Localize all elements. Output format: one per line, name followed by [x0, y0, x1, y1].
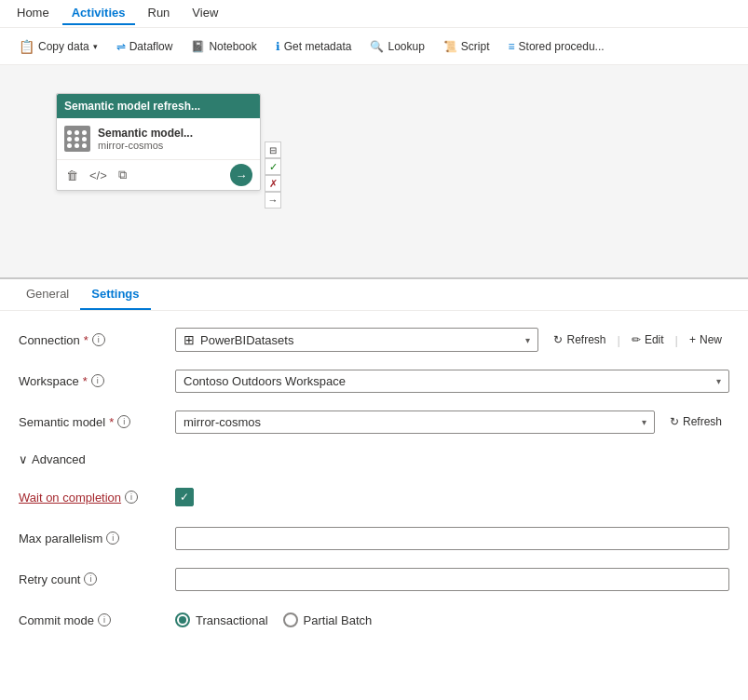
- node-code-button[interactable]: </>: [88, 167, 109, 184]
- connection-refresh-button[interactable]: ↻ Refresh: [546, 330, 613, 350]
- connection-label: Connection * i: [19, 333, 168, 347]
- retry-count-info-icon[interactable]: i: [84, 572, 97, 586]
- tab-settings[interactable]: Settings: [80, 279, 150, 310]
- semantic-model-refresh-icon: ↻: [670, 415, 679, 428]
- retry-count-control: [175, 568, 729, 591]
- partial-batch-label: Partial Batch: [304, 613, 373, 627]
- max-parallelism-row: Max parallelism i: [19, 524, 729, 552]
- commit-mode-label: Commit mode i: [19, 613, 168, 627]
- workspace-required-star: *: [83, 374, 88, 388]
- wait-on-completion-label: Wait on completion i: [19, 491, 168, 505]
- commit-mode-row: Commit mode i Transactional Partial Batc…: [19, 606, 729, 634]
- tab-bar: General Settings: [0, 279, 748, 311]
- node-title: Semantic model...: [98, 127, 193, 140]
- activity-node[interactable]: Semantic model refresh... Semantic model…: [56, 93, 261, 191]
- script-icon: 📜: [443, 40, 457, 53]
- semantic-model-info-icon[interactable]: i: [117, 415, 130, 428]
- advanced-toggle[interactable]: ∨ Advanced: [19, 449, 729, 470]
- workspace-label: Workspace * i: [19, 374, 168, 388]
- canvas: Semantic model refresh... Semantic model…: [0, 65, 748, 279]
- dropdown-arrow-icon: ▾: [93, 42, 98, 51]
- nav-home[interactable]: Home: [7, 2, 59, 25]
- tab-general[interactable]: General: [15, 279, 80, 310]
- copy-data-button[interactable]: 📋 Copy data ▾: [11, 35, 105, 58]
- workspace-info-icon[interactable]: i: [91, 374, 104, 387]
- dataflow-icon: ⇌: [116, 40, 126, 53]
- separator-1: |: [618, 333, 620, 347]
- max-parallelism-info-icon[interactable]: i: [106, 532, 119, 545]
- nav-view[interactable]: View: [183, 2, 227, 25]
- side-btn-next[interactable]: →: [265, 192, 281, 209]
- plus-icon: +: [689, 333, 696, 346]
- commit-mode-radio-group: Transactional Partial Batch: [175, 612, 729, 627]
- edit-icon: ✏: [632, 333, 641, 346]
- semantic-model-refresh-button[interactable]: ↻ Refresh: [662, 411, 729, 432]
- wait-on-completion-info-icon[interactable]: i: [125, 491, 138, 504]
- connection-dropdown[interactable]: ⊞ PowerBIDatasets ▾: [175, 328, 538, 352]
- retry-count-label: Retry count i: [19, 572, 168, 586]
- get-metadata-icon: ℹ: [276, 40, 280, 53]
- script-button[interactable]: 📜 Script: [436, 36, 497, 57]
- semantic-model-value: mirror-cosmos: [184, 415, 642, 429]
- wait-on-completion-checkbox[interactable]: ✓: [175, 488, 194, 506]
- connection-info-icon[interactable]: i: [92, 333, 105, 346]
- connection-required-star: *: [84, 333, 88, 347]
- transactional-label: Transactional: [196, 613, 268, 627]
- bottom-panel: General Settings Connection * i ⊞ PowerB…: [0, 279, 748, 635]
- node-header: Semantic model refresh...: [57, 94, 260, 118]
- connection-refresh-icon: ↻: [553, 333, 563, 346]
- side-btn-success[interactable]: ✓: [265, 158, 281, 175]
- partial-batch-radio[interactable]: [283, 612, 298, 627]
- wait-on-completion-control: ✓: [175, 488, 729, 506]
- nav-run[interactable]: Run: [139, 2, 180, 25]
- node-arrow-button[interactable]: →: [230, 164, 252, 186]
- lookup-button[interactable]: 🔍 Lookup: [362, 36, 431, 57]
- retry-count-input[interactable]: [175, 568, 729, 591]
- transactional-radio[interactable]: [175, 612, 190, 627]
- node-icon: [64, 126, 90, 152]
- notebook-button[interactable]: 📓 Notebook: [184, 36, 264, 57]
- commit-mode-partial-batch-option[interactable]: Partial Batch: [283, 612, 373, 627]
- workspace-row: Workspace * i Contoso Outdoors Workspace…: [19, 367, 729, 395]
- stored-procs-button[interactable]: ≡ Stored procedu...: [501, 36, 612, 57]
- get-metadata-button[interactable]: ℹ Get metadata: [268, 36, 360, 57]
- node-subtitle: mirror-cosmos: [98, 140, 193, 151]
- semantic-model-dropdown[interactable]: mirror-cosmos ▾: [175, 411, 655, 434]
- connection-row: Connection * i ⊞ PowerBIDatasets ▾ ↻ Ref…: [19, 326, 729, 354]
- copy-data-icon: 📋: [19, 39, 34, 54]
- lookup-icon: 🔍: [370, 40, 384, 53]
- connection-actions: ↻ Refresh | ✏ Edit | + New: [546, 330, 729, 350]
- workspace-dropdown-arrow: ▾: [716, 376, 721, 386]
- connection-dropdown-arrow: ▾: [525, 335, 530, 345]
- connection-edit-button[interactable]: ✏ Edit: [624, 330, 672, 350]
- node-delete-button[interactable]: 🗑: [64, 167, 80, 184]
- commit-mode-info-icon[interactable]: i: [98, 613, 111, 626]
- commit-mode-transactional-option[interactable]: Transactional: [175, 612, 268, 627]
- toolbar: 📋 Copy data ▾ ⇌ Dataflow 📓 Notebook ℹ Ge…: [0, 28, 748, 65]
- settings-form: Connection * i ⊞ PowerBIDatasets ▾ ↻ Ref…: [0, 311, 748, 635]
- dataflow-button[interactable]: ⇌ Dataflow: [109, 36, 181, 57]
- connection-dropdown-icon: ⊞: [184, 332, 195, 347]
- node-side-buttons: ⊟ ✓ ✗ →: [265, 141, 281, 209]
- side-btn-expand: ⊟: [265, 141, 281, 158]
- semantic-model-required-star: *: [109, 415, 114, 429]
- max-parallelism-input[interactable]: [175, 527, 729, 550]
- side-btn-failure[interactable]: ✗: [265, 175, 281, 192]
- node-footer: 🗑 </> ⧉ →: [57, 160, 260, 190]
- nav-activities[interactable]: Activities: [62, 2, 135, 25]
- connection-new-button[interactable]: + New: [682, 330, 729, 350]
- top-nav: Home Activities Run View: [0, 0, 748, 28]
- node-copy-button[interactable]: ⧉: [116, 166, 129, 184]
- max-parallelism-control: [175, 527, 729, 550]
- wait-on-completion-row: Wait on completion i ✓: [19, 483, 729, 511]
- max-parallelism-label: Max parallelism i: [19, 532, 168, 545]
- transactional-radio-inner: [179, 616, 186, 624]
- stored-procs-icon: ≡: [509, 40, 515, 53]
- separator-2: |: [675, 333, 678, 347]
- workspace-dropdown[interactable]: Contoso Outdoors Workspace ▾: [175, 370, 729, 393]
- connection-dropdown-value: PowerBIDatasets: [200, 333, 525, 347]
- semantic-model-row: Semantic model * i mirror-cosmos ▾ ↻ Ref…: [19, 408, 729, 436]
- chevron-down-icon: ∨: [19, 452, 28, 466]
- node-body: Semantic model... mirror-cosmos: [57, 118, 260, 160]
- semantic-model-arrow: ▾: [642, 417, 646, 427]
